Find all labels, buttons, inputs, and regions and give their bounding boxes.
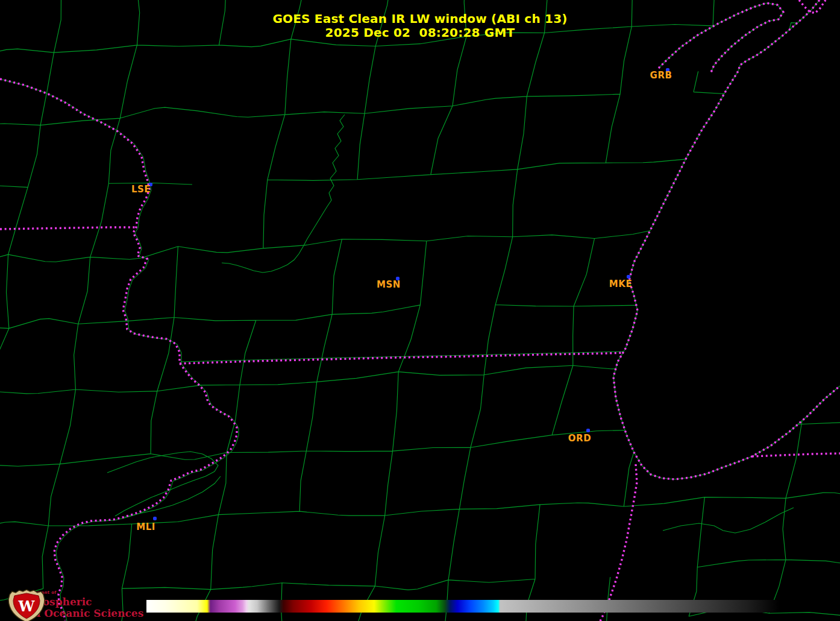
border-mi-in	[752, 453, 840, 456]
station-label-LSE: LSE	[131, 184, 151, 195]
satellite-map-canvas[interactable]: GOES East Clean IR LW window (ABI ch 13)…	[0, 0, 840, 621]
river-line	[222, 115, 345, 273]
station-dot-ORD	[586, 429, 590, 432]
ir-enhancement-colorbar	[146, 600, 779, 613]
lake-michigan-water	[613, 0, 840, 479]
border-mn-ia	[0, 227, 135, 229]
river-line	[107, 452, 218, 516]
border-wi-il	[180, 353, 624, 364]
station-dot-MLI	[153, 517, 157, 520]
station-label-MKE: MKE	[609, 279, 632, 289]
uw-aos-logo: W Department of Atmospheric and Oceanic …	[4, 588, 143, 619]
state-line-green	[181, 351, 624, 362]
river-line	[124, 476, 221, 517]
uw-crest-icon: W	[4, 588, 49, 621]
map-boundaries-layer	[0, 0, 840, 621]
station-label-ORD: ORD	[568, 433, 591, 444]
svg-text:W: W	[18, 597, 36, 615]
mississippi-green	[2, 80, 239, 621]
border-il-in	[600, 464, 637, 621]
station-label-MSN: MSN	[377, 279, 401, 290]
river-line	[663, 508, 794, 533]
station-label-GRB: GRB	[650, 70, 672, 81]
station-label-MLI: MLI	[136, 522, 155, 532]
